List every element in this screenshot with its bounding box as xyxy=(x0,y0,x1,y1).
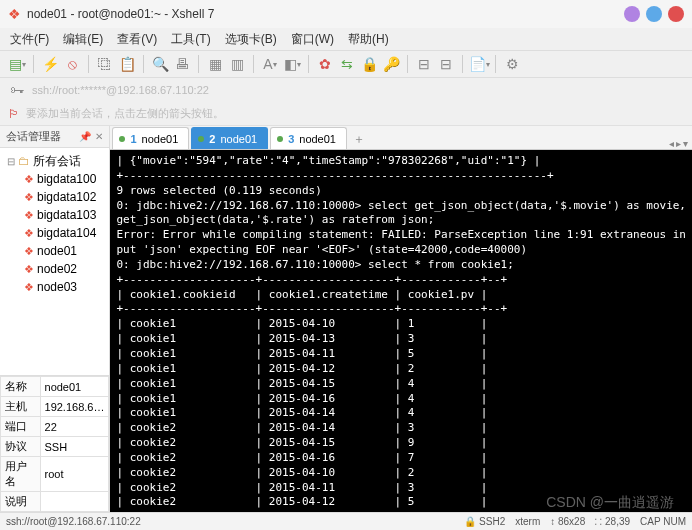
keylock-icon[interactable]: 🔑 xyxy=(382,55,400,73)
tab-num: 3 xyxy=(288,133,294,145)
toggle2-icon[interactable]: ⊟ xyxy=(437,55,455,73)
close-button[interactable] xyxy=(668,6,684,22)
prop-key: 端口 xyxy=(1,417,41,437)
menu-file[interactable]: 文件(F) xyxy=(10,31,49,48)
prop-val: SSH xyxy=(40,437,109,457)
tree-item-label: node03 xyxy=(37,280,77,294)
menu-edit[interactable]: 编辑(E) xyxy=(63,31,103,48)
main-area: 会话管理器 📌 ✕ ⊟ 🗀 所有会话 ❖bigdata100 ❖bigdata1… xyxy=(0,126,692,512)
prop-row: 名称node01 xyxy=(1,377,109,397)
tree-item[interactable]: ❖bigdata103 xyxy=(2,206,107,224)
tree-item[interactable]: ❖node01 xyxy=(2,242,107,260)
new-session-icon[interactable]: ▤▾ xyxy=(8,55,26,73)
color-icon[interactable]: ◧▾ xyxy=(283,55,301,73)
tree-item[interactable]: ❖bigdata100 xyxy=(2,170,107,188)
connect-icon[interactable]: ⚡ xyxy=(41,55,59,73)
separator xyxy=(407,55,408,73)
toggle1-icon[interactable]: ⊟ xyxy=(415,55,433,73)
prop-key: 协议 xyxy=(1,437,41,457)
tree-root[interactable]: ⊟ 🗀 所有会话 xyxy=(2,152,107,170)
hint-text: 要添加当前会话，点击左侧的箭头按钮。 xyxy=(26,106,224,121)
separator xyxy=(33,55,34,73)
status-bar: ssh://root@192.168.67.110:22 🔒SSH2 xterm… xyxy=(0,512,692,530)
folder-icon: 🗀 xyxy=(18,154,30,168)
separator xyxy=(308,55,309,73)
host-icon: ❖ xyxy=(24,245,34,258)
address-key-icon[interactable]: 🗝 xyxy=(8,81,26,99)
menu-view[interactable]: 查看(V) xyxy=(117,31,157,48)
separator xyxy=(88,55,89,73)
tab-num: 1 xyxy=(130,133,136,145)
collapse-icon[interactable]: ⊟ xyxy=(6,156,15,167)
lock-icon[interactable]: 🔒 xyxy=(360,55,378,73)
app-icon: ❖ xyxy=(8,6,21,22)
panel-icon[interactable]: ▦ xyxy=(206,55,224,73)
status-ssh: SSH2 xyxy=(479,516,505,527)
tab-next-icon[interactable]: ▸ xyxy=(676,138,681,149)
script-icon[interactable]: 📄▾ xyxy=(470,55,488,73)
menu-help[interactable]: 帮助(H) xyxy=(348,31,389,48)
find-icon[interactable]: 🔍 xyxy=(151,55,169,73)
tree-item[interactable]: ❖node03 xyxy=(2,278,107,296)
menu-tabs[interactable]: 选项卡(B) xyxy=(225,31,277,48)
menu-window[interactable]: 窗口(W) xyxy=(291,31,334,48)
prop-row: 端口22 xyxy=(1,417,109,437)
menubar: 文件(F) 编辑(E) 查看(V) 工具(T) 选项卡(B) 窗口(W) 帮助(… xyxy=(0,28,692,50)
tab-3[interactable]: 3node01 xyxy=(270,127,347,149)
tab-label: node01 xyxy=(299,133,336,145)
tree-item[interactable]: ❖bigdata104 xyxy=(2,224,107,242)
toolbar: ▤▾ ⚡ ⦸ ⿻ 📋 🔍 🖶 ▦ ▥ A▾ ◧▾ ✿ ⇆ 🔒 🔑 ⊟ ⊟ 📄▾ … xyxy=(0,50,692,78)
sidebar-close-icon[interactable]: ✕ xyxy=(95,131,103,142)
status-dot-icon xyxy=(119,136,125,142)
separator xyxy=(143,55,144,73)
minimize-button[interactable] xyxy=(624,6,640,22)
prop-row: 协议SSH xyxy=(1,437,109,457)
settings-icon[interactable]: ⚙ xyxy=(503,55,521,73)
separator xyxy=(495,55,496,73)
tab-add-button[interactable]: ＋ xyxy=(349,129,369,149)
tree-item-label: node01 xyxy=(37,244,77,258)
tree-item-label: bigdata104 xyxy=(37,226,96,240)
paste-icon[interactable]: 📋 xyxy=(118,55,136,73)
sidebar-pin-icon[interactable]: 📌 xyxy=(79,131,91,142)
session-tabs: 1node01 2node01 3node01 ＋ ◂ ▸ ▾ xyxy=(110,126,692,150)
tree-item-label: bigdata102 xyxy=(37,190,96,204)
host-icon: ❖ xyxy=(24,281,34,294)
menu-tools[interactable]: 工具(T) xyxy=(171,31,210,48)
titlebar: ❖ node01 - root@node01:~ - Xshell 7 xyxy=(0,0,692,28)
tree-item-label: bigdata103 xyxy=(37,208,96,222)
tab-2[interactable]: 2node01 xyxy=(191,127,268,149)
tab-menu-icon[interactable]: ▾ xyxy=(683,138,688,149)
prop-key: 说明 xyxy=(1,492,41,512)
terminal[interactable]: | {"movie":"594","rate":"4","timeStamp":… xyxy=(110,150,692,512)
tab-1[interactable]: 1node01 xyxy=(112,127,189,149)
xftp-icon[interactable]: ✿ xyxy=(316,55,334,73)
printer-icon[interactable]: 🖶 xyxy=(173,55,191,73)
prop-val: root xyxy=(40,457,109,492)
status-size: ↕ 86x28 xyxy=(550,516,585,527)
prop-val xyxy=(40,492,109,512)
address-bar: 🗝 ssh://root:******@192.168.67.110:22 xyxy=(0,78,692,102)
transfer-icon[interactable]: ⇆ xyxy=(338,55,356,73)
disconnect-icon[interactable]: ⦸ xyxy=(63,55,81,73)
tree-item-label: bigdata100 xyxy=(37,172,96,186)
separator xyxy=(198,55,199,73)
tab-num: 2 xyxy=(209,133,215,145)
copy-icon[interactable]: ⿻ xyxy=(96,55,114,73)
font-icon[interactable]: A▾ xyxy=(261,55,279,73)
maximize-button[interactable] xyxy=(646,6,662,22)
tree-item[interactable]: ❖bigdata102 xyxy=(2,188,107,206)
tab-nav: ◂ ▸ ▾ xyxy=(669,138,692,149)
host-icon: ❖ xyxy=(24,227,34,240)
content-area: 1node01 2node01 3node01 ＋ ◂ ▸ ▾ | {"movi… xyxy=(110,126,692,512)
tree-item[interactable]: ❖node02 xyxy=(2,260,107,278)
host-icon: ❖ xyxy=(24,191,34,204)
tab-prev-icon[interactable]: ◂ xyxy=(669,138,674,149)
sessions-icon[interactable]: ▥ xyxy=(228,55,246,73)
address-text[interactable]: ssh://root:******@192.168.67.110:22 xyxy=(32,84,209,96)
session-properties: 名称node01 主机192.168.6… 端口22 协议SSH 用户名root… xyxy=(0,375,109,512)
status-dot-icon xyxy=(277,136,283,142)
prop-val: 22 xyxy=(40,417,109,437)
session-tree: ⊟ 🗀 所有会话 ❖bigdata100 ❖bigdata102 ❖bigdat… xyxy=(0,148,109,375)
prop-row: 说明 xyxy=(1,492,109,512)
